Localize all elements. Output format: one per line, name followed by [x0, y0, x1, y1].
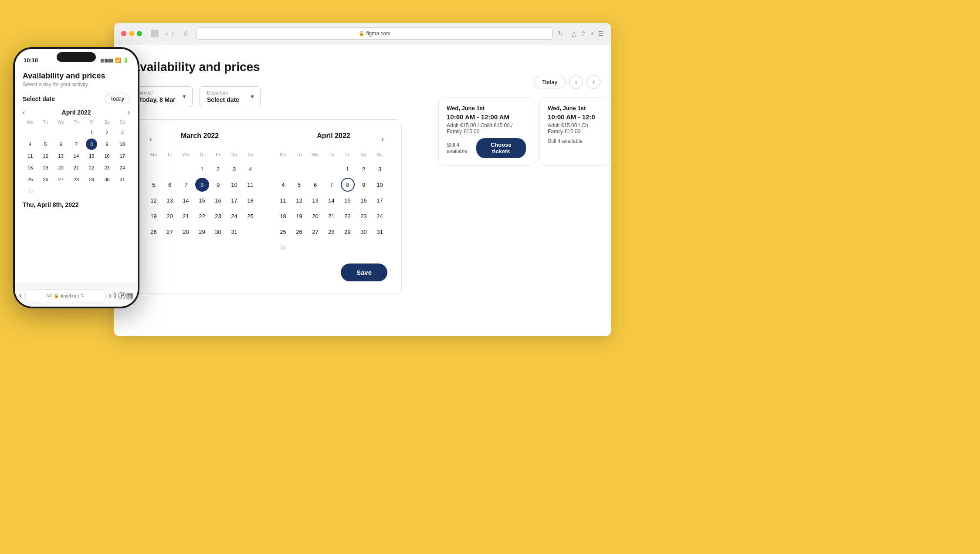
cal-day[interactable]: 28: [325, 225, 339, 239]
phone-cal-day[interactable]: 3: [117, 127, 128, 138]
avail-prev-btn[interactable]: ‹: [569, 75, 583, 89]
cal-day[interactable]: 5: [292, 178, 306, 192]
phone-cal-day[interactable]: 26: [40, 174, 51, 185]
phone-cal-day-selected[interactable]: 8: [86, 138, 97, 150]
phone-cal-day[interactable]: 30: [102, 174, 113, 185]
cal-day[interactable]: 26: [147, 225, 161, 239]
share-icon[interactable]: ⇧: [581, 30, 586, 37]
cal-day[interactable]: 15: [341, 193, 355, 207]
cal-day[interactable]: 19: [292, 209, 306, 223]
dot-red[interactable]: [121, 31, 126, 36]
phone-cal-day[interactable]: [71, 127, 82, 138]
cal-day[interactable]: [276, 162, 290, 176]
phone-cal-day[interactable]: 31: [117, 174, 128, 185]
phone-cal-day[interactable]: 7: [71, 138, 82, 150]
cal-day[interactable]: 13: [309, 193, 322, 207]
phone-cal-day[interactable]: 23: [102, 162, 113, 173]
cal-day[interactable]: 28: [179, 225, 193, 239]
cal-day[interactable]: 30: [211, 225, 225, 239]
address-bar[interactable]: 🔒 figma.com: [197, 27, 553, 40]
cal-day[interactable]: [163, 162, 177, 176]
new-tab-icon[interactable]: +: [590, 30, 594, 37]
cal-day[interactable]: 6: [309, 178, 322, 192]
cal-day[interactable]: 10: [227, 178, 241, 192]
phone-cal-day[interactable]: 18: [24, 162, 36, 173]
cal-day[interactable]: 25: [276, 225, 290, 239]
phone-url-bar[interactable]: AA 🔒 texel.net ↻: [25, 289, 105, 302]
cal-day[interactable]: 22: [195, 209, 209, 223]
phone-cal-day[interactable]: 12: [40, 150, 51, 162]
avail-next-btn[interactable]: ›: [587, 75, 600, 89]
person-icon[interactable]: △: [572, 30, 576, 37]
today-button[interactable]: Today: [534, 76, 566, 88]
cal-day[interactable]: 14: [325, 193, 339, 207]
nav-forward-icon[interactable]: ›: [171, 30, 173, 37]
phone-back-icon[interactable]: ‹: [19, 291, 22, 300]
phone-url-reload-icon[interactable]: ↻: [81, 293, 85, 298]
cal-day[interactable]: 3: [373, 162, 387, 176]
cal-prev-btn[interactable]: ‹: [146, 133, 156, 145]
phone-cal-day[interactable]: 25: [24, 174, 36, 185]
cal-day[interactable]: 1: [341, 162, 355, 176]
cal-day[interactable]: 18: [244, 193, 258, 207]
cal-day[interactable]: [244, 225, 258, 239]
phone-cal-day[interactable]: 6: [55, 138, 67, 150]
cal-day[interactable]: 10: [373, 178, 387, 192]
cal-day[interactable]: 31: [373, 225, 387, 239]
cal-day[interactable]: 27: [163, 225, 177, 239]
phone-cal-day[interactable]: 15: [86, 150, 97, 162]
dot-green[interactable]: [137, 31, 142, 36]
refresh-icon[interactable]: ↻: [558, 30, 563, 37]
sidebar-icon[interactable]: ☰: [598, 30, 604, 37]
cal-day[interactable]: 7: [325, 178, 339, 192]
phone-cal-next[interactable]: ›: [128, 108, 130, 116]
phone-cal-day[interactable]: 19: [40, 162, 51, 173]
cal-day[interactable]: 19: [147, 209, 161, 223]
cal-day[interactable]: 24: [373, 209, 387, 223]
phone-cal-day[interactable]: 1: [86, 127, 97, 138]
phone-cal-day[interactable]: [55, 127, 67, 138]
cal-day[interactable]: 14: [179, 193, 193, 207]
cal-day[interactable]: 25: [244, 209, 258, 223]
phone-cal-day[interactable]: 20: [55, 162, 67, 173]
cal-day[interactable]: 30: [357, 225, 371, 239]
cal-day[interactable]: 1: [195, 162, 209, 176]
phone-cal-day[interactable]: 4: [24, 138, 36, 150]
departure-selector[interactable]: Departure Select date ▼: [200, 86, 261, 107]
phone-cal-day[interactable]: 5: [40, 138, 51, 150]
arrival-selector[interactable]: Arrival Today, 8 Mar ▼: [132, 86, 193, 107]
cal-day[interactable]: 29: [195, 225, 209, 239]
phone-cal-day[interactable]: 27: [55, 174, 67, 185]
phone-cal-day[interactable]: 2: [102, 127, 113, 138]
cal-day[interactable]: 12: [292, 193, 306, 207]
cal-day[interactable]: 11: [276, 193, 290, 207]
cal-day-selected-outline[interactable]: 8: [341, 178, 355, 192]
phone-tabs-icon[interactable]: ▦: [126, 291, 133, 301]
cal-day[interactable]: 2: [357, 162, 371, 176]
cal-day[interactable]: 24: [227, 209, 241, 223]
choose-tickets-button[interactable]: Choose tickets: [476, 138, 526, 158]
cal-day[interactable]: 12: [147, 193, 161, 207]
cal-day[interactable]: 6: [163, 178, 177, 192]
cal-day[interactable]: [309, 162, 322, 176]
phone-cal-day[interactable]: 16: [102, 150, 113, 162]
nav-back-icon[interactable]: ‹: [166, 30, 168, 37]
cal-day[interactable]: 23: [211, 209, 225, 223]
cal-day[interactable]: 9: [211, 178, 225, 192]
cal-day[interactable]: 5: [147, 178, 161, 192]
cal-day[interactable]: [147, 162, 161, 176]
cal-day[interactable]: 11: [244, 178, 258, 192]
phone-cal-day[interactable]: 13: [55, 150, 67, 162]
phone-cal-prev[interactable]: ‹: [23, 108, 25, 116]
cal-day[interactable]: 22: [341, 209, 355, 223]
cal-day[interactable]: 17: [373, 193, 387, 207]
cal-day[interactable]: 27: [309, 225, 322, 239]
cal-day[interactable]: 15: [195, 193, 209, 207]
phone-cal-day[interactable]: 29: [86, 174, 97, 185]
cal-day[interactable]: 21: [325, 209, 339, 223]
cal-day[interactable]: 4: [244, 162, 258, 176]
phone-cal-day[interactable]: 17: [117, 150, 128, 162]
cal-day[interactable]: 31: [227, 225, 241, 239]
phone-cal-day[interactable]: 9: [102, 138, 113, 150]
cal-day[interactable]: 7: [179, 178, 193, 192]
